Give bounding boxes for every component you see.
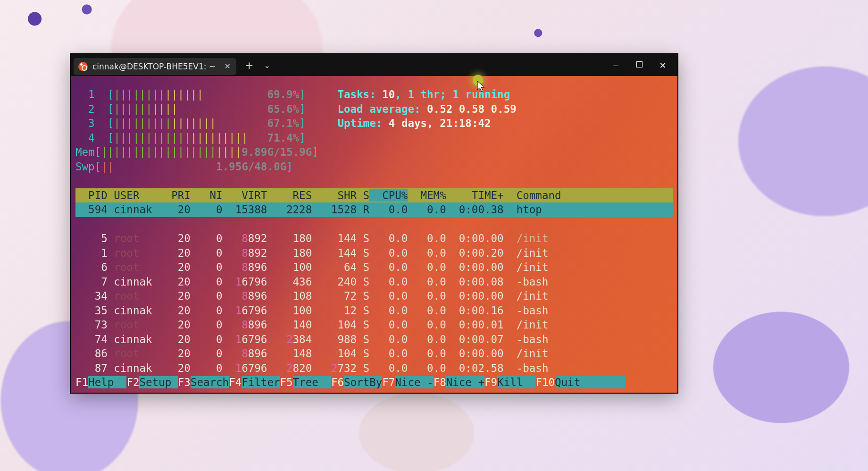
close-window-button[interactable]: ✕ xyxy=(651,60,675,70)
process-row[interactable]: 87 cinnak 20 0 16796 2820 2732 S 0.0 0.0… xyxy=(75,362,548,374)
process-row[interactable]: 594 cinnak 20 0 15388 2228 1528 R 0.0 0.… xyxy=(75,202,673,217)
process-row[interactable]: 5 root 20 0 8892 180 144 S 0.0 0.0 0:00.… xyxy=(75,232,548,244)
process-row[interactable]: 34 root 20 0 8896 108 72 S 0.0 0.0 0:00.… xyxy=(75,290,548,302)
process-row[interactable]: 7 cinnak 20 0 16796 436 240 S 0.0 0.0 0:… xyxy=(75,276,548,288)
process-header-row: PID USER PRI NI VIRT RES SHR S CPU% MEM%… xyxy=(75,188,673,203)
function-key-bar[interactable]: F1Help F2Setup F3SearchF4FilterF5Tree F6… xyxy=(75,376,625,388)
svg-marker-0 xyxy=(477,81,484,92)
cpu-meter-4: 4 [||||||||||||||||||||| 71.4%] xyxy=(75,132,306,144)
process-row[interactable]: 6 root 20 0 8896 100 64 S 0.0 0.0 0:00.0… xyxy=(75,261,548,273)
tab-terminal[interactable]: cinnak@DESKTOP-BHE5EV1: ~ ✕ xyxy=(74,58,236,75)
titlebar[interactable]: cinnak@DESKTOP-BHE5EV1: ~ ✕ + ⌄ ✕ xyxy=(71,54,677,76)
terminal-window: cinnak@DESKTOP-BHE5EV1: ~ ✕ + ⌄ ✕ 1 [|||… xyxy=(71,54,677,393)
cpu-meter-1: 1 [|||||||||||||| 69.9%] Tasks: 10, 1 th… xyxy=(75,88,510,101)
tab-dropdown-icon[interactable]: ⌄ xyxy=(264,61,270,70)
swap-meter: Swp[|| 1.95G/48.0G] xyxy=(75,160,293,173)
close-tab-icon[interactable]: ✕ xyxy=(224,63,231,70)
ubuntu-icon xyxy=(78,62,88,71)
maximize-button[interactable] xyxy=(627,61,651,69)
process-row[interactable]: 35 cinnak 20 0 16796 100 12 S 0.0 0.0 0:… xyxy=(75,304,548,317)
process-row[interactable]: 74 cinnak 20 0 16796 2384 988 S 0.0 0.0 … xyxy=(75,333,548,345)
process-row[interactable]: 86 root 20 0 8896 148 104 S 0.0 0.0 0:00… xyxy=(75,347,548,360)
mem-meter: Mem[||||||||||||||||||||||9.89G/15.9G] xyxy=(75,146,318,158)
process-row[interactable]: 73 root 20 0 8896 140 104 S 0.0 0.0 0:00… xyxy=(75,319,548,331)
cpu-meter-2: 2 [|||||||||| 65.6%] Load average: 0.52 … xyxy=(75,103,517,115)
tab-title: cinnak@DESKTOP-BHE5EV1: ~ xyxy=(92,62,216,71)
process-row[interactable]: 1 root 20 0 8892 180 144 S 0.0 0.0 0:00.… xyxy=(75,247,548,259)
new-tab-button[interactable]: + xyxy=(245,59,253,71)
minimize-button[interactable] xyxy=(604,61,627,69)
terminal-body[interactable]: 1 [|||||||||||||| 69.9%] Tasks: 10, 1 th… xyxy=(71,76,677,393)
cpu-meter-3: 3 [|||||||||||||||| 67.1%] Uptime: 4 day… xyxy=(75,117,491,129)
